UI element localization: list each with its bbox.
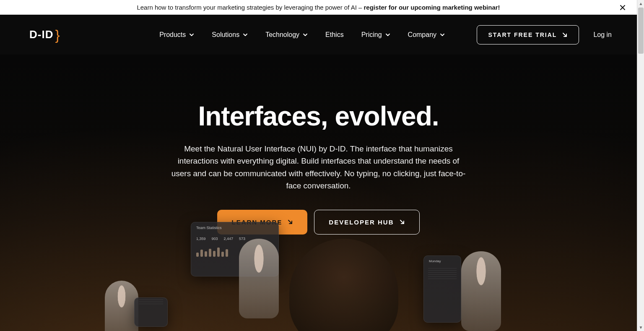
arrow-down-right-icon bbox=[399, 219, 405, 225]
nav-label: Ethics bbox=[325, 31, 344, 39]
cta-label: LEARN MORE bbox=[231, 219, 282, 226]
login-label: Log in bbox=[593, 31, 612, 38]
cta-label: DEVELOPER HUB bbox=[329, 219, 394, 226]
developer-hub-button[interactable]: DEVELOPER HUB bbox=[314, 210, 419, 235]
nav-label: Company bbox=[408, 31, 436, 39]
announcement-text[interactable]: Learn how to transform your marketing st… bbox=[137, 4, 500, 11]
illustration-panel bbox=[134, 297, 168, 327]
chevron-down-icon bbox=[303, 32, 308, 37]
hero-ctas: LEARN MORE DEVELOPER HUB bbox=[217, 210, 419, 235]
chevron-down-icon bbox=[385, 32, 390, 37]
nav-item-technology[interactable]: Technology bbox=[265, 31, 308, 39]
illustration-person bbox=[461, 251, 501, 331]
announcement-close-button[interactable] bbox=[618, 3, 627, 12]
cta-label: START FREE TRIAL bbox=[488, 31, 557, 38]
close-icon bbox=[619, 4, 626, 11]
login-link[interactable]: Log in bbox=[593, 31, 612, 39]
nav-label: Products bbox=[159, 31, 186, 39]
chevron-down-icon bbox=[440, 32, 445, 37]
nav-item-products[interactable]: Products bbox=[159, 31, 194, 39]
navbar: D-ID} Products Solutions Technology Ethi… bbox=[0, 15, 637, 55]
start-free-trial-button[interactable]: START FREE TRIAL bbox=[477, 25, 579, 44]
brand-logo[interactable]: D-ID} bbox=[29, 28, 77, 42]
hero-section: Interfaces, evolved. Meet the Natural Us… bbox=[0, 55, 637, 331]
nav-item-pricing[interactable]: Pricing bbox=[361, 31, 390, 39]
nav-links: Products Solutions Technology Ethics Pri… bbox=[109, 31, 445, 39]
nav-right-actions: START FREE TRIAL Log in bbox=[477, 25, 612, 44]
nav-label: Pricing bbox=[361, 31, 382, 39]
nav-item-solutions[interactable]: Solutions bbox=[212, 31, 248, 39]
announcement-bar: Learn how to transform your marketing st… bbox=[0, 0, 637, 15]
nav-label: Solutions bbox=[212, 31, 239, 39]
chevron-down-icon bbox=[243, 32, 248, 37]
announcement-link[interactable]: register for our upcoming marketing webi… bbox=[364, 4, 500, 11]
illustration-person bbox=[105, 281, 138, 331]
chevron-down-icon bbox=[189, 32, 194, 37]
hero-subtitle: Meet the Natural User Interface (NUI) by… bbox=[168, 143, 470, 192]
nav-label: Technology bbox=[265, 31, 299, 39]
brand-name: D-ID bbox=[29, 28, 53, 41]
hero-title: Interfaces, evolved. bbox=[198, 101, 439, 132]
arrow-down-right-icon bbox=[562, 32, 568, 38]
illustration-person bbox=[289, 239, 398, 331]
illustration-panel: Monday bbox=[423, 255, 461, 323]
learn-more-button[interactable]: LEARN MORE bbox=[217, 210, 307, 235]
brand-brace-icon: } bbox=[55, 28, 60, 42]
announcement-text-prefix: Learn how to transform your marketing st… bbox=[137, 4, 364, 11]
nav-item-ethics[interactable]: Ethics bbox=[325, 31, 344, 39]
arrow-down-right-icon bbox=[287, 219, 293, 225]
illustration-person bbox=[239, 239, 279, 318]
nav-item-company[interactable]: Company bbox=[408, 31, 445, 39]
